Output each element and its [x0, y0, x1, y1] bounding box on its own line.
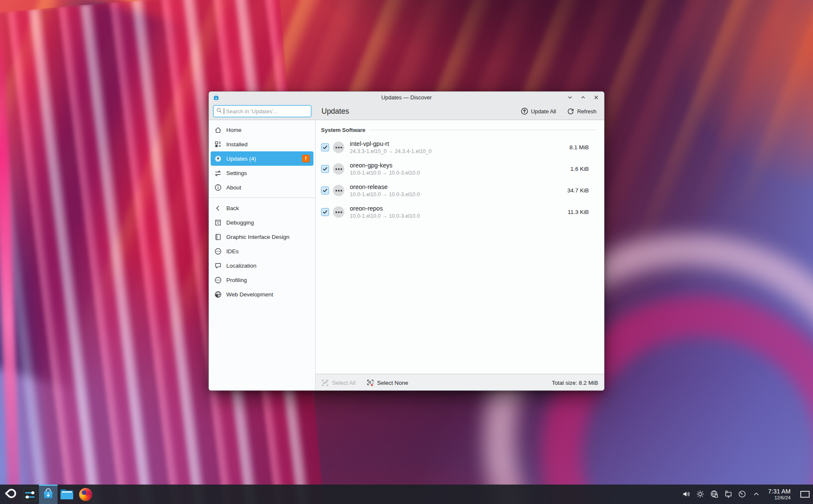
- system-monitor-icon[interactable]: [738, 490, 747, 499]
- discover-window: Updates — Discover: [209, 91, 604, 391]
- sidebar-item-profiling[interactable]: Profiling: [211, 273, 313, 287]
- package-version: 10.0-1.el10.0 → 10.0-3.el10.0: [350, 170, 420, 176]
- installed-icon: [214, 141, 222, 148]
- sidebar-item-updates[interactable]: Updates (4) !: [211, 151, 313, 166]
- settings-sliders-icon: [214, 170, 222, 177]
- package-icon: [333, 142, 344, 153]
- brightness-icon[interactable]: [696, 490, 705, 499]
- window-title: Updates — Discover: [381, 94, 431, 101]
- package-icon: [333, 163, 344, 175]
- titlebar[interactable]: Updates — Discover: [209, 92, 604, 103]
- minimize-button[interactable]: [567, 94, 573, 100]
- package-version: 24.3.3-1.el10_0 → 24.3.4-1.el10_0: [350, 148, 431, 154]
- app-launcher-button[interactable]: [2, 485, 20, 504]
- update-row[interactable]: oreon-release 10.0-1.el10.0 → 10.0-3.el1…: [316, 180, 604, 201]
- select-none-button[interactable]: Select None: [367, 379, 409, 386]
- package-version: 10.0-1.el10.0 → 10.0-3.el10.0: [350, 213, 420, 219]
- network-icon[interactable]: [710, 490, 719, 499]
- update-checkbox[interactable]: [321, 143, 329, 151]
- window-header: Updates — Discover: [209, 92, 604, 120]
- maximize-button[interactable]: [580, 94, 586, 100]
- refresh-button[interactable]: Refresh: [564, 106, 599, 117]
- search-placeholder: Search in 'Updates'...: [226, 108, 278, 115]
- update-row[interactable]: intel-vpl-gpu-rt 24.3.3-1.el10_0 → 24.3.…: [316, 137, 604, 158]
- sidebar-item-ides[interactable]: IDEs: [211, 244, 313, 258]
- sidebar-item-back[interactable]: Back: [211, 201, 313, 215]
- sidebar-item-localization[interactable]: Localization: [211, 258, 313, 273]
- package-name: oreon-release: [350, 184, 420, 191]
- section-divider: [370, 130, 597, 130]
- chevron-left-icon: [214, 205, 222, 212]
- info-circle-icon: [214, 184, 222, 191]
- debugging-icon: [214, 219, 222, 226]
- system-tray: 7:31 AM 12/6/24: [682, 488, 810, 500]
- discover-app-icon: [213, 94, 220, 101]
- close-button[interactable]: [593, 94, 599, 100]
- home-icon: [214, 126, 222, 134]
- speech-bubble-icon: [214, 262, 222, 269]
- sidebar-item-graphic-interface-design[interactable]: Graphic Interface Design: [211, 230, 313, 244]
- display-icon[interactable]: [724, 490, 733, 499]
- package-size: 34.7 KiB: [567, 187, 589, 194]
- update-row[interactable]: oreon-repos 10.0-1.el10.0 → 10.0-3.el10.…: [316, 201, 604, 223]
- package-version: 10.0-1.el10.0 → 10.0-3.el10.0: [350, 192, 420, 197]
- package-icon: [333, 206, 344, 218]
- package-size: 11.3 KiB: [568, 209, 589, 215]
- sidebar-item-about[interactable]: About: [211, 180, 313, 194]
- package-size: 8.1 MiB: [569, 144, 589, 151]
- total-size-label: Total size: 8.2 MiB: [552, 380, 598, 386]
- update-list: intel-vpl-gpu-rt 24.3.3-1.el10_0 → 24.3.…: [316, 134, 604, 223]
- digital-clock[interactable]: 7:31 AM 12/6/24: [768, 488, 791, 500]
- sidebar-item-debugging[interactable]: Debugging: [211, 215, 313, 230]
- package-size: 1.6 KiB: [570, 166, 589, 172]
- ellipsis-circle-icon: [214, 248, 222, 255]
- folder-icon: [60, 489, 73, 499]
- volume-icon[interactable]: [682, 490, 691, 499]
- discover-icon: [42, 487, 55, 501]
- system-settings-icon: [23, 488, 37, 501]
- select-all-button[interactable]: Select All: [321, 379, 356, 386]
- text-caret: [224, 108, 224, 114]
- updates-icon: [214, 155, 222, 162]
- package-name: oreon-gpg-keys: [350, 162, 420, 169]
- update-all-button[interactable]: Update All: [518, 106, 558, 117]
- file-manager-button[interactable]: [58, 485, 76, 504]
- sidebar-item-web-development[interactable]: Web Development: [211, 287, 313, 301]
- updates-count-badge: !: [302, 155, 310, 162]
- discover-task-button[interactable]: [39, 485, 58, 504]
- update-checkbox[interactable]: [321, 186, 329, 194]
- globe-icon: [214, 291, 222, 298]
- firefox-icon: [79, 488, 92, 501]
- expand-tray-icon[interactable]: [752, 490, 761, 499]
- selection-footer: Select All Select None Total size: 8.2 M…: [316, 374, 604, 391]
- clock-date: 12/6/24: [768, 495, 791, 501]
- search-input[interactable]: Search in 'Updates'...: [213, 105, 311, 117]
- page-title: Updates: [321, 107, 349, 116]
- package-name: intel-vpl-gpu-rt: [350, 140, 431, 148]
- firefox-button[interactable]: [76, 485, 95, 504]
- update-checkbox[interactable]: [321, 208, 329, 216]
- package-name: oreon-repos: [350, 205, 420, 212]
- package-icon: [333, 185, 344, 196]
- sidebar-separator: [209, 197, 315, 198]
- document-icon: [214, 233, 222, 241]
- update-row[interactable]: oreon-gpg-keys 10.0-1.el10.0 → 10.0-3.el…: [316, 158, 604, 180]
- oreon-launcher-icon: [4, 487, 18, 502]
- ellipsis-circle-icon: [214, 277, 222, 284]
- section-title: System Software: [321, 127, 365, 133]
- taskbar: 7:31 AM 12/6/24: [0, 485, 813, 504]
- clock-time: 7:31 AM: [768, 488, 791, 495]
- updates-page: System Software intel-vpl-gpu-rt 24.3.3-…: [316, 120, 604, 391]
- sidebar: Home Installed Updates (4) ! Settings: [209, 120, 316, 391]
- show-desktop-button[interactable]: [799, 490, 810, 499]
- toolbar: Search in 'Updates'... Updates Update Al…: [209, 103, 604, 120]
- sidebar-item-installed[interactable]: Installed: [211, 137, 313, 151]
- system-settings-button[interactable]: [20, 485, 39, 504]
- sidebar-item-settings[interactable]: Settings: [211, 166, 313, 180]
- search-icon: [216, 107, 222, 115]
- sidebar-item-home[interactable]: Home: [211, 123, 313, 137]
- update-checkbox[interactable]: [321, 165, 329, 173]
